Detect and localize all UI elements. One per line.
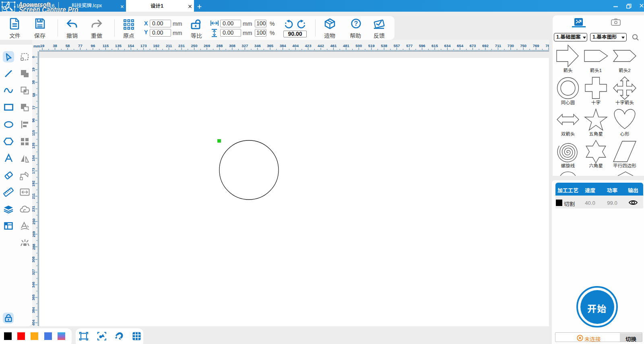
svg-text:634: 634 (444, 43, 451, 48)
svg-text:115: 115 (32, 130, 36, 136)
svg-text:箭头1: 箭头1 (590, 68, 602, 73)
svg-text:442: 442 (318, 43, 324, 48)
svg-text:384: 384 (280, 43, 287, 48)
svg-text:404: 404 (32, 320, 36, 326)
svg-text:654: 654 (457, 43, 464, 48)
svg-text:173: 173 (32, 168, 36, 174)
svg-text:788: 788 (545, 43, 549, 48)
svg-text:596: 596 (419, 43, 425, 48)
svg-text:五角星: 五角星 (589, 132, 603, 136)
svg-text:269: 269 (204, 43, 210, 48)
svg-text:38: 38 (32, 80, 36, 84)
svg-text:螺旋线: 螺旋线 (561, 163, 575, 168)
svg-text:58: 58 (66, 43, 70, 48)
svg-text:96: 96 (32, 118, 36, 122)
svg-text:500: 500 (355, 43, 362, 48)
svg-text:135: 135 (32, 142, 36, 148)
svg-text:327: 327 (242, 43, 248, 48)
svg-text:173: 173 (140, 43, 147, 48)
svg-text:135: 135 (115, 43, 122, 48)
svg-text:692: 692 (482, 43, 489, 48)
svg-text:平行四边形: 平行四边形 (613, 163, 636, 168)
svg-text:557: 557 (394, 43, 400, 48)
svg-text:673: 673 (469, 43, 476, 48)
svg-text:心形: 心形 (620, 132, 630, 136)
svg-text:115: 115 (103, 43, 109, 48)
svg-text:404: 404 (292, 43, 299, 48)
svg-text:77: 77 (78, 43, 83, 48)
svg-text:250: 250 (32, 218, 36, 225)
svg-text:308: 308 (229, 43, 235, 48)
svg-text:211: 211 (166, 43, 172, 48)
svg-text:519: 519 (368, 43, 375, 48)
svg-text:288: 288 (216, 43, 223, 48)
svg-text:箭头2: 箭头2 (619, 68, 630, 73)
svg-text:十字箭头: 十字箭头 (615, 100, 634, 105)
svg-text:58: 58 (32, 93, 36, 97)
svg-text:19: 19 (32, 68, 36, 72)
svg-text:711: 711 (495, 43, 502, 48)
svg-text:577: 577 (406, 43, 413, 48)
svg-text:38: 38 (53, 43, 57, 48)
svg-text:154: 154 (32, 155, 36, 161)
svg-text:96: 96 (91, 43, 95, 48)
svg-text:615: 615 (431, 43, 438, 48)
svg-text:231: 231 (178, 43, 185, 48)
svg-text:365: 365 (267, 43, 274, 48)
svg-text:19: 19 (40, 43, 45, 48)
svg-text:双箭头: 双箭头 (561, 132, 575, 136)
svg-text:十字: 十字 (591, 100, 601, 105)
svg-text:211: 211 (32, 193, 36, 199)
svg-text:461: 461 (330, 43, 337, 48)
svg-text:同心圆: 同心圆 (561, 100, 575, 105)
svg-text:481: 481 (343, 43, 350, 48)
svg-text:154: 154 (128, 43, 134, 48)
svg-text:538: 538 (381, 43, 387, 48)
svg-text:?: ? (354, 20, 358, 27)
svg-text:231: 231 (32, 206, 36, 212)
svg-text:77: 77 (32, 105, 36, 109)
svg-text:308: 308 (32, 256, 36, 262)
svg-text:269: 269 (32, 231, 36, 237)
svg-text:327: 327 (32, 269, 36, 275)
svg-text:192: 192 (153, 43, 159, 48)
svg-text:730: 730 (508, 43, 514, 48)
svg-text:365: 365 (32, 295, 36, 301)
svg-text:423: 423 (305, 43, 312, 48)
svg-text:346: 346 (254, 43, 261, 48)
svg-text:0: 0 (32, 56, 36, 58)
svg-text:箭头: 箭头 (564, 68, 573, 73)
svg-text:384: 384 (32, 307, 36, 313)
svg-text:六角星: 六角星 (589, 163, 603, 168)
svg-text:750: 750 (520, 43, 526, 48)
svg-text:769: 769 (533, 43, 539, 48)
svg-text:346: 346 (32, 282, 36, 288)
svg-text:288: 288 (32, 244, 36, 250)
svg-text:250: 250 (191, 43, 198, 48)
svg-text:192: 192 (32, 181, 36, 187)
